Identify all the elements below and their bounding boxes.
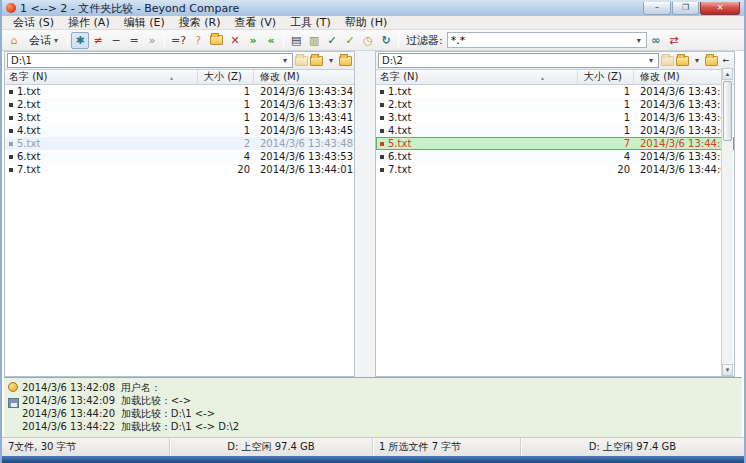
show-same-button[interactable]: = <box>125 32 143 49</box>
file-row[interactable]: 2.txt 1 2014/3/6 13:43:37 <box>5 98 354 111</box>
file-modified: 2014/3/6 13:43:45 <box>254 124 354 137</box>
check-icon: ✓ <box>345 34 354 47</box>
pane-splitter[interactable] <box>355 51 375 377</box>
scroll-down-button[interactable]: ▾ <box>722 364 733 376</box>
menu-edit[interactable]: 编辑 (E) <box>117 16 172 30</box>
right-browse-dropdown-button[interactable]: ▾ <box>691 53 703 68</box>
file-name: 4.txt <box>17 124 40 137</box>
log-message: 加载比较 : D:\1 <-> <box>121 408 215 419</box>
chevron-down-icon: ▾ <box>283 56 287 65</box>
right-parent-folder-icon[interactable] <box>705 56 718 66</box>
left-file-list: 1.txt 1 2014/3/6 13:43:34 2.txt 1 2014/3… <box>5 85 354 176</box>
home-button[interactable]: ⌂ <box>5 32 23 49</box>
file-row-selected-newer[interactable]: 5.txt 7 2014/3/6 13:44:12 <box>376 137 734 150</box>
left-recent-folder-icon[interactable] <box>295 56 308 66</box>
toolbar-separator <box>283 33 284 47</box>
menu-actions[interactable]: 操作 (A) <box>61 16 117 30</box>
file-row[interactable]: 6.txt 4 2014/3/6 13:43:53 <box>376 150 734 163</box>
right-path-dropdown-button[interactable]: ▾ <box>644 54 658 68</box>
file-row[interactable]: 3.txt 1 2014/3/6 13:43:41 <box>5 111 354 124</box>
right-recent-folder-icon[interactable] <box>661 56 674 66</box>
left-path-dropdown-button[interactable]: ▾ <box>278 54 292 68</box>
ignore-unimportant-button[interactable]: ∞ <box>647 32 665 49</box>
file-icon <box>9 129 13 133</box>
right-name-column-header[interactable]: 名字 (N) ▴ <box>376 70 578 85</box>
show-all-button[interactable]: ✱ <box>71 32 89 49</box>
close-button[interactable]: ✕ <box>700 2 740 15</box>
left-browse-folder-icon[interactable] <box>310 56 323 66</box>
file-row[interactable]: 1.txt 1 2014/3/6 13:43:34 <box>376 85 734 98</box>
chevron-down-icon: ▾ <box>649 56 653 65</box>
file-modified: 2014/3/6 13:43:34 <box>634 85 734 98</box>
delete-button[interactable]: ✕ <box>226 32 244 49</box>
left-modified-column-header[interactable]: 修改 (M) <box>254 70 354 85</box>
minimize-icon: – <box>655 3 659 12</box>
log-clock-icon <box>8 382 18 392</box>
copy-to-right-button[interactable]: » <box>244 32 262 49</box>
menu-help[interactable]: 帮助 (H) <box>338 16 394 30</box>
show-differences-button[interactable]: ≠ <box>89 32 107 49</box>
left-name-column-header[interactable]: 名字 (N) ▴ <box>5 70 198 85</box>
left-parent-folder-icon[interactable] <box>339 56 352 66</box>
left-path-combo[interactable]: D:\1 ▾ <box>7 53 293 68</box>
log-save-icon[interactable] <box>8 398 19 408</box>
maximize-button[interactable]: ❐ <box>672 2 699 15</box>
compare-contents-button[interactable]: ? <box>189 32 207 49</box>
left-free-space: D: 上空闲 97.4 GB <box>170 438 373 456</box>
right-size-column-header[interactable]: 大小 (Z) <box>578 70 634 85</box>
left-browse-dropdown-button[interactable]: ▾ <box>325 53 337 68</box>
right-path-combo[interactable]: D:\2 ▾ <box>378 53 659 68</box>
menu-tools[interactable]: 工具 (T) <box>283 16 338 30</box>
quick-compare-button[interactable]: =? <box>168 32 189 49</box>
menu-session[interactable]: 会话 (S) <box>6 16 61 30</box>
file-row[interactable]: 2.txt 1 2014/3/6 13:43:37 <box>376 98 734 111</box>
left-size-column-header[interactable]: 大小 (Z) <box>198 70 254 85</box>
file-name: 7.txt <box>388 163 411 176</box>
file-row[interactable]: 3.txt 1 2014/3/6 13:43:41 <box>376 111 734 124</box>
right-modified-column-header[interactable]: 修改 (M) <box>634 70 734 85</box>
refresh-button[interactable]: ↻ <box>377 32 395 49</box>
file-row[interactable]: 7.txt 20 2014/3/6 13:44:01 <box>5 163 354 176</box>
swap-sides-button[interactable]: ⇄ <box>665 32 683 49</box>
menu-view[interactable]: 查看 (V) <box>227 16 283 30</box>
file-size: 4 <box>578 150 634 163</box>
swap-icon: ⇄ <box>669 34 678 47</box>
file-row[interactable]: 4.txt 1 2014/3/6 13:43:45 <box>5 124 354 137</box>
glasses-icon: ∞ <box>651 34 660 47</box>
filter-input[interactable] <box>448 34 632 47</box>
minimize-button[interactable]: – <box>643 2 671 15</box>
filter-group: 过滤器: ▾ <box>406 32 647 48</box>
scrollbar-thumb[interactable] <box>723 81 732 141</box>
right-mirror-left-button[interactable]: ← <box>720 53 732 68</box>
menu-search[interactable]: 搜索 (R) <box>172 16 228 30</box>
session-settings-button[interactable]: ▤ <box>287 32 305 49</box>
file-row[interactable]: 4.txt 1 2014/3/6 13:43:45 <box>376 124 734 137</box>
open-folders-button[interactable] <box>207 32 226 49</box>
right-pane-scrollbar[interactable]: ▴ ▾ <box>721 68 733 376</box>
file-row[interactable]: 6.txt 4 2014/3/6 13:43:53 <box>5 150 354 163</box>
select-all-diff-button[interactable]: ✓ <box>341 32 359 49</box>
more-display-filters-button[interactable]: » <box>143 32 161 49</box>
right-browse-folder-icon[interactable] <box>676 56 689 66</box>
touch-button[interactable]: ◷ <box>359 32 377 49</box>
rules-button[interactable]: ▥ <box>305 32 323 49</box>
session-menu-button[interactable]: 会话 ▾ <box>23 32 64 49</box>
file-icon <box>9 90 13 94</box>
scroll-up-button[interactable]: ▴ <box>722 68 733 80</box>
file-row[interactable]: 7.txt 20 2014/3/6 13:44:01 <box>376 163 734 176</box>
file-modified: 2014/3/6 13:43:45 <box>634 124 734 137</box>
select-newer-button[interactable]: ✓ <box>323 32 341 49</box>
show-minor-button[interactable]: − <box>107 32 125 49</box>
log-timestamp: 2014/3/6 13:42:08 <box>22 382 115 393</box>
file-row-older[interactable]: 5.txt 2 2014/3/6 13:43:48 <box>5 137 354 150</box>
file-modified: 2014/3/6 13:43:53 <box>254 150 354 163</box>
file-name: 3.txt <box>17 111 40 124</box>
file-name: 3.txt <box>388 111 411 124</box>
chevron-down-icon: ▾ <box>695 56 699 65</box>
right-column-headers: 名字 (N) ▴ 大小 (Z) 修改 (M) <box>376 70 734 85</box>
log-message: 加载比较 : <-> <box>121 395 191 406</box>
copy-to-left-button[interactable]: « <box>262 32 280 49</box>
left-path-value: D:\1 <box>8 55 278 66</box>
filter-dropdown-button[interactable]: ▾ <box>632 33 646 47</box>
file-row[interactable]: 1.txt 1 2014/3/6 13:43:34 <box>5 85 354 98</box>
